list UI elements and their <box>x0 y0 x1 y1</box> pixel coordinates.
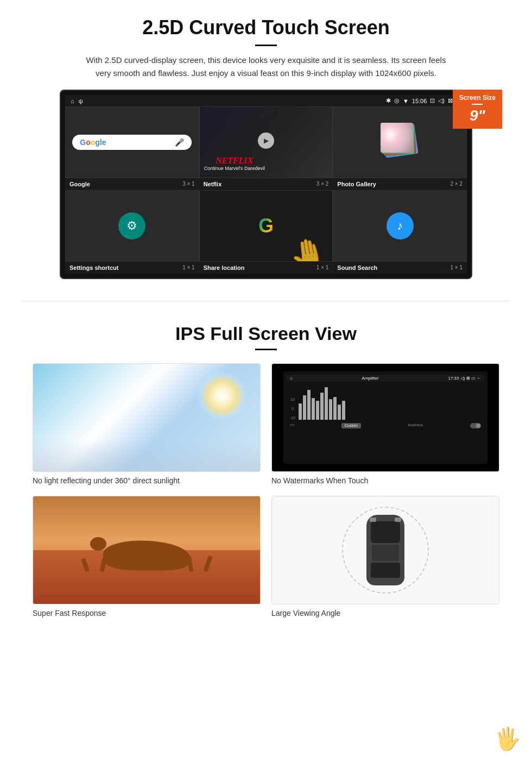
car-visual <box>272 496 499 604</box>
google-search-bar[interactable]: Google 🎤 <box>72 135 192 150</box>
amp-screen: ⌂ Amplifier 17:33 ◁) ⊠ ▭ ← 100-10 <box>283 371 487 464</box>
cheetah-visual <box>33 496 260 604</box>
sunlight-caption: No light reflecting under 360° direct su… <box>33 476 261 485</box>
settings-name: Settings shortcut <box>69 264 118 271</box>
device-area: ⌂ ψ ✱ ◎ ▼ 15:06 ⊡ ◁) ⊠ ▭ <box>35 90 497 279</box>
page: 2.5D Curved Touch Screen With 2.5D curve… <box>0 0 532 634</box>
music-icon-circle: ♪ <box>387 212 414 239</box>
section-divider <box>22 301 510 301</box>
gallery-name: Photo Gallery <box>337 181 376 187</box>
device-frame: ⌂ ψ ✱ ◎ ▼ 15:06 ⊡ ◁) ⊠ ▭ <box>60 90 472 279</box>
eq-bars <box>299 387 481 420</box>
usb-icon: ψ <box>79 98 83 104</box>
custom-button[interactable]: Custom <box>341 423 361 428</box>
google-size: 3 × 1 <box>182 181 195 187</box>
amplifier-block: ⌂ Amplifier 17:33 ◁) ⊠ ▭ ← 100-10 <box>271 363 499 485</box>
google-logo: Google <box>80 138 106 147</box>
sound-size: 1 × 1 <box>450 264 463 271</box>
gear-icon: ⚙ <box>126 219 137 233</box>
section2-divider <box>255 349 277 350</box>
eq-bottom-controls: << Custom loudness <box>287 422 484 430</box>
home-icon: ⌂ <box>71 98 74 104</box>
gallery-app-cell[interactable] <box>333 106 467 178</box>
amplifier-caption: No Watermarks When Touch <box>271 476 499 485</box>
wifi-icon: ▼ <box>403 98 409 104</box>
settings-app-cell[interactable]: ⚙ <box>65 190 199 262</box>
photo-stack <box>378 121 422 164</box>
netflix-label: Netflix 3 × 2 <box>199 178 333 190</box>
sound-app-cell[interactable]: ♪ <box>333 190 467 262</box>
netflix-overlay: NETFLIX Continue Marvel's Daredevil <box>204 156 265 171</box>
amp-time: 17:33 ◁) ⊠ ▭ ← <box>448 376 482 381</box>
google-name: Google <box>69 181 90 187</box>
amp-title: Amplifier <box>362 376 379 381</box>
amplifier-image: ⌂ Amplifier 17:33 ◁) ⊠ ▭ ← 100-10 <box>271 363 499 472</box>
car-image <box>271 496 499 604</box>
cheetah-caption: Super Fast Response <box>33 609 261 617</box>
badge-size-text: 9" <box>459 107 496 124</box>
maps-name: Share location <box>204 264 245 271</box>
status-bar: ⌂ ψ ✱ ◎ ▼ 15:06 ⊡ ◁) ⊠ ▭ <box>65 95 467 106</box>
volume-icon: ◁) <box>438 97 445 104</box>
section-curved-screen: 2.5D Curved Touch Screen With 2.5D curve… <box>0 0 532 290</box>
app-labels-row1: Google 3 × 1 Netflix 3 × 2 Photo Gallery… <box>65 178 467 190</box>
settings-label: Settings shortcut 1 × 1 <box>65 262 199 274</box>
eq-prev: << <box>290 423 294 428</box>
amplifier-visual: ⌂ Amplifier 17:33 ◁) ⊠ ▭ ← 100-10 <box>272 363 499 472</box>
netflix-app-cell[interactable]: ▶ NETFLIX Continue Marvel's Daredevil <box>199 106 333 178</box>
google-app-cell[interactable]: Google 🎤 <box>65 106 199 178</box>
hand-gesture: 🤚 <box>287 234 330 262</box>
app-grid-row2: ⚙ G 🤚 <box>65 190 467 262</box>
netflix-name: Netflix <box>204 181 222 187</box>
car-block: Large Viewing Angle <box>271 496 499 617</box>
app-grid-row1: Google 🎤 ▶ <box>65 106 467 178</box>
section1-description: With 2.5D curved-display screen, this de… <box>81 54 451 80</box>
car-view-circle <box>342 507 429 594</box>
badge-title-text: Screen Size <box>459 94 496 102</box>
car-top-view <box>366 515 404 585</box>
sound-name: Sound Search <box>337 264 377 271</box>
feature-image-grid: No light reflecting under 360° direct su… <box>33 363 499 617</box>
eq-labels: 100-10 <box>290 398 295 420</box>
play-icon: ▶ <box>264 137 269 144</box>
time-display: 15:06 <box>412 98 427 104</box>
sunlight-visual <box>33 363 260 472</box>
badge-divider <box>472 104 483 105</box>
equalizer: 100-10 <box>287 384 484 422</box>
status-right: ✱ ◎ ▼ 15:06 ⊡ ◁) ⊠ ▭ <box>386 97 461 104</box>
section1-divider <box>255 45 277 46</box>
google-label: Google 3 × 1 <box>65 178 199 190</box>
music-note-icon: ♪ <box>397 219 403 233</box>
mic-icon: 🎤 <box>175 138 184 147</box>
status-left: ⌂ ψ <box>71 98 83 104</box>
play-button[interactable]: ▶ <box>258 133 274 149</box>
loudness-toggle[interactable] <box>470 423 481 428</box>
camera-icon: ⊡ <box>430 97 435 104</box>
netflix-size: 3 × 2 <box>316 181 329 187</box>
amp-topbar: ⌂ Amplifier 17:33 ◁) ⊠ ▭ ← <box>287 375 484 382</box>
gallery-size: 2 × 2 <box>450 181 463 187</box>
amp-home: ⌂ <box>290 376 293 381</box>
cheetah-block: Super Fast Response <box>33 496 261 617</box>
netflix-subtitle: Continue Marvel's Daredevil <box>204 166 265 171</box>
maps-app-cell[interactable]: G 🤚 <box>199 190 333 262</box>
loudness-label: loudness <box>408 423 423 428</box>
sound-label: Sound Search 1 × 1 <box>333 262 467 274</box>
section1-title: 2.5D Curved Touch Screen <box>33 16 499 39</box>
section-ips: IPS Full Screen View No light reflecting… <box>0 312 532 634</box>
maps-size: 1 × 1 <box>316 264 329 271</box>
cheetah-image <box>33 496 261 604</box>
car-caption: Large Viewing Angle <box>271 609 499 617</box>
settings-size: 1 × 1 <box>182 264 195 271</box>
sunlight-block: No light reflecting under 360° direct su… <box>33 363 261 485</box>
screen-size-badge: Screen Size 9" <box>453 90 502 129</box>
section2-title: IPS Full Screen View <box>33 323 499 344</box>
maps-label: Share location 1 × 1 <box>199 262 333 274</box>
netflix-logo: NETFLIX <box>204 156 265 166</box>
app-labels-row2: Settings shortcut 1 × 1 Share location 1… <box>65 262 467 274</box>
sunlight-image <box>33 363 261 472</box>
location-icon: ◎ <box>394 97 400 104</box>
maps-icon: G <box>252 212 280 239</box>
settings-icon-circle: ⚙ <box>118 212 145 239</box>
gallery-label: Photo Gallery 2 × 2 <box>333 178 467 190</box>
